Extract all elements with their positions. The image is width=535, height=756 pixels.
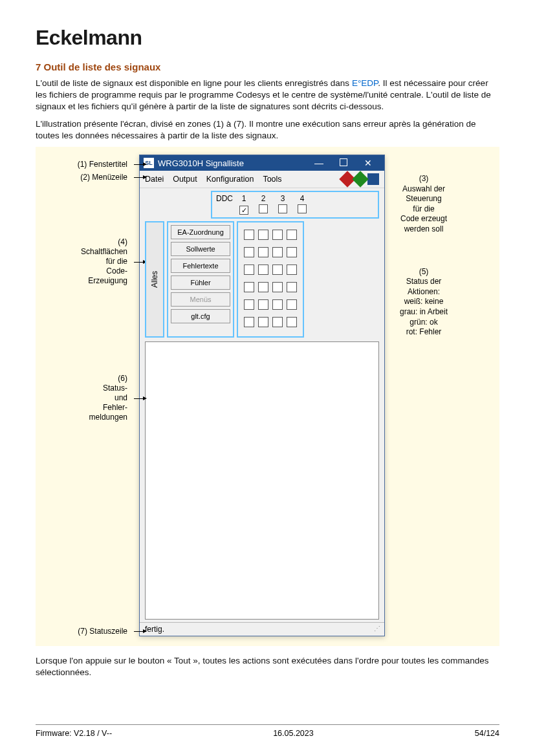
btn-menues[interactable]: Menüs <box>171 292 230 307</box>
status-box <box>258 282 268 292</box>
status-box <box>258 247 268 257</box>
menu-konfiguration[interactable]: Konfiguration <box>206 175 254 184</box>
log-area[interactable] <box>145 341 379 620</box>
btn-ea-zuordnung[interactable]: EA-Zuordnung <box>171 225 230 239</box>
footer-date: 16.05.2023 <box>273 729 314 738</box>
right-annotations: (3) Auswahl der Steuerung für die Code e… <box>391 155 456 370</box>
status-box <box>244 282 254 292</box>
label-2: (2) Menüzeile <box>42 173 133 182</box>
status-box <box>258 299 268 310</box>
action-buttons: EA-Zuordnung Sollwerte Fehlertexte Fühle… <box>167 221 234 338</box>
footer-firmware: Firmware: V2.18 / V-- <box>36 729 112 738</box>
status-box <box>244 299 254 310</box>
status-box <box>272 230 283 240</box>
paragraph-2: L'illustration présente l'écran, divisé … <box>36 118 499 142</box>
menubar: Datei Output Konfiguration Tools <box>140 171 384 188</box>
status-box <box>272 317 283 327</box>
figure-container: (1) Fenstertitel (2) Menüzeile (4) Schal… <box>36 147 499 646</box>
paragraph-after-figure: Lorsque l'on appuie sur le bouton « Tout… <box>36 655 499 678</box>
titlebar: SL WRG3010H Signalliste — ✕ <box>140 155 384 171</box>
link-eedp[interactable]: E°EDP <box>352 78 378 88</box>
status-box <box>272 247 283 257</box>
status-box <box>244 317 254 327</box>
label-4: (4) Schaltflächen für die Code- Erzeuigu… <box>42 237 133 286</box>
diamond-green-icon <box>352 171 368 187</box>
resize-grip-icon[interactable]: ⋰ <box>374 625 379 634</box>
status-box <box>287 265 297 275</box>
paragraph-1: L'outil de liste de signaux est disponib… <box>36 78 499 113</box>
minimize-button[interactable]: — <box>307 158 331 168</box>
ddc-col-4: 4 <box>292 193 312 204</box>
ddc-col-1: 1 <box>234 193 254 204</box>
ddc-checkbox-3[interactable] <box>278 204 287 213</box>
label-1: (1) Fenstertitel <box>42 160 133 169</box>
status-box <box>244 247 254 257</box>
left-annotations: (1) Fenstertitel (2) Menüzeile (4) Schal… <box>42 155 133 640</box>
btn-fuehler[interactable]: Fühler <box>171 275 230 290</box>
square-blue-icon <box>367 173 379 185</box>
status-box <box>244 265 254 275</box>
ddc-label: DDC <box>215 193 234 204</box>
label-5: (5) Status der Aktionen: weiß: keine gra… <box>391 267 456 338</box>
menu-datei[interactable]: Datei <box>145 175 164 184</box>
ddc-col-2: 2 <box>254 193 273 204</box>
menu-tools[interactable]: Tools <box>263 175 281 184</box>
status-box <box>287 317 297 327</box>
brand-logo: Eckelmann <box>36 26 499 50</box>
status-box <box>287 299 297 310</box>
btn-fehlertexte[interactable]: Fehlertexte <box>171 259 230 273</box>
diamond-icons <box>342 173 379 185</box>
btn-gltcfg[interactable]: glt.cfg <box>171 309 230 323</box>
ddc-selector: DDC 1 2 3 4 ✓ <box>211 191 379 219</box>
page-footer: Firmware: V2.18 / V-- 16.05.2023 54/124 <box>36 724 499 738</box>
label-7: (7) Statuszeile <box>42 627 133 636</box>
label-3: (3) Auswahl der Steuerung für die Code e… <box>391 174 456 235</box>
status-box <box>287 230 297 240</box>
app-window: SL WRG3010H Signalliste — ✕ Datei Output… <box>139 155 385 636</box>
status-box <box>258 230 268 240</box>
alles-button[interactable]: Alles <box>145 221 164 338</box>
ddc-checkbox-1[interactable]: ✓ <box>239 206 248 215</box>
ddc-checkbox-2[interactable] <box>259 204 268 213</box>
status-box <box>272 299 283 310</box>
btn-sollwerte[interactable]: Sollwerte <box>171 242 230 256</box>
status-box <box>287 282 297 292</box>
maximize-button[interactable] <box>331 158 356 168</box>
menu-output[interactable]: Output <box>173 175 197 184</box>
ddc-col-3: 3 <box>273 193 292 204</box>
close-button[interactable]: ✕ <box>356 158 380 168</box>
status-box <box>244 230 254 240</box>
statusbar: fertig. ⋰ <box>140 622 384 636</box>
status-box <box>258 265 268 275</box>
footer-page: 54/124 <box>475 729 499 738</box>
status-grid <box>237 221 304 338</box>
ddc-checkbox-4[interactable] <box>298 204 307 213</box>
para1-a: L'outil de liste de signaux est disponib… <box>36 78 352 88</box>
status-box <box>258 317 268 327</box>
window-title: WRG3010H Signalliste <box>158 158 244 168</box>
status-text: fertig. <box>145 625 164 634</box>
status-box <box>272 282 283 292</box>
section-title: 7 Outil de liste des signaux <box>36 61 499 72</box>
status-box <box>287 247 297 257</box>
label-6: (6) Status- und Fehler- meldungen <box>42 374 133 422</box>
status-box <box>272 265 283 275</box>
